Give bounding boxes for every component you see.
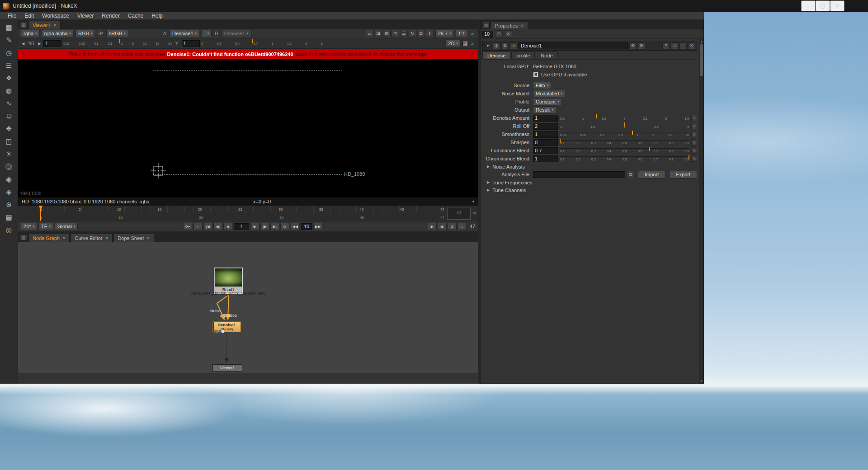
use-gpu-checkbox[interactable]: ✖ — [533, 72, 538, 77]
b-buffer-dropdown[interactable]: Denoise1▾ — [222, 30, 251, 37]
slider-handle[interactable] — [649, 147, 650, 151]
smoothness-slider[interactable]: 0.010.030.10.3131030 — [560, 131, 689, 138]
pause-icon[interactable]: ‖ — [426, 30, 434, 37]
toolsets-icon[interactable]: ⊛ — [1, 198, 17, 211]
play-forward-button[interactable]: ▶ — [250, 223, 259, 230]
tab-profile[interactable]: profile — [511, 52, 535, 59]
close-icon[interactable]: ✕ — [62, 236, 66, 240]
zoom-dropdown[interactable]: 26.7▾ — [435, 30, 454, 37]
deep-tools-icon[interactable]: Ⓓ — [1, 160, 17, 173]
tab-dope-sheet[interactable]: Dope Sheet ✕ — [113, 234, 154, 242]
pane-splitter-icon[interactable]: ≋ — [472, 206, 478, 221]
pane-corner-icon[interactable]: » — [470, 31, 475, 36]
slider-handle[interactable] — [632, 131, 633, 135]
denoise-amount-input[interactable] — [533, 115, 558, 122]
slider-handle[interactable] — [624, 122, 625, 127]
roll-off-input[interactable] — [533, 123, 558, 130]
a-buffer-dropdown[interactable]: Denoise1▾ — [170, 30, 199, 37]
animation-menu-button[interactable]: ∿ — [691, 139, 697, 146]
luminance-blend-slider[interactable]: 0.10.20.30.40.50.60.70.80.9 — [560, 147, 689, 154]
analysis-file-input[interactable] — [533, 171, 625, 178]
close-all-panels-icon[interactable]: ✕ — [505, 30, 512, 38]
keyer-tools-icon[interactable]: ∿ — [1, 97, 17, 110]
alpha-channel-dropdown[interactable]: rgba.alpha▾ — [42, 30, 74, 37]
goto-start-button[interactable]: |◀ — [203, 223, 212, 230]
channels-dropdown[interactable]: rgba▾ — [21, 30, 40, 37]
gain-slider[interactable]: 0.010.030.10.313103064 — [63, 39, 172, 47]
animation-menu-button[interactable]: ∿ — [691, 115, 697, 121]
roi-icon[interactable]: ⊡ — [417, 30, 425, 37]
tune-channels-section[interactable]: ▶ Tune Channels — [484, 186, 697, 194]
animation-menu-button[interactable]: ∿ — [691, 131, 697, 137]
link-node-icon[interactable]: ⧉ — [501, 42, 509, 49]
close-icon[interactable]: ✕ — [146, 236, 150, 240]
gain-handle[interactable] — [119, 39, 120, 43]
pane-menu-icon[interactable]: ▥ — [482, 22, 490, 28]
param-dropdown[interactable]: Modulated▾ — [533, 90, 565, 97]
tab-node-graph[interactable]: Node Graph ✕ — [28, 234, 70, 242]
roll-off-slider[interactable]: 11.522.53 — [560, 122, 689, 130]
view-mode-dropdown[interactable]: 2D▾ — [445, 40, 461, 47]
skip-amount-input[interactable] — [301, 223, 312, 230]
time-tools-icon[interactable]: ◷ — [1, 47, 17, 59]
close-icon[interactable]: ✕ — [53, 23, 57, 28]
smoothness-input[interactable] — [533, 131, 558, 138]
param-dropdown[interactable]: Result▾ — [533, 106, 556, 113]
transform-tools-icon[interactable]: ✥ — [1, 122, 17, 135]
sharpen-slider[interactable]: 0.10.20.30.40.50.60.70.80.9 — [560, 139, 689, 146]
gamma-input[interactable] — [182, 40, 200, 47]
gamma-slider[interactable]: 00.20.40.711.523 — [202, 39, 323, 47]
denoise-amount-slider[interactable]: 0.511.522.533.5 — [560, 114, 689, 122]
frame-hold-icon[interactable]: ◉ — [438, 223, 447, 230]
menu-item[interactable]: Edit — [20, 12, 38, 19]
viewer-node[interactable]: Viewer1 — [212, 364, 242, 371]
pixel-ratio-button[interactable]: 1:1 — [456, 30, 468, 37]
range-mode-dropdown[interactable]: TF▾ — [38, 223, 53, 230]
menu-item[interactable]: File — [4, 12, 20, 19]
timeline-ruler[interactable]: 15101520253035404547 11020304047 — [38, 206, 446, 221]
animation-menu-button[interactable]: ∿ — [691, 147, 697, 154]
redo-icon[interactable]: ⟳ — [638, 42, 645, 49]
draw-tools-icon[interactable]: ✎ — [1, 34, 17, 47]
tab-viewer1[interactable]: Viewer1 ✕ — [28, 21, 61, 29]
animation-menu-button[interactable]: ∿ — [691, 123, 697, 129]
play-backward-button[interactable]: ◀ — [223, 223, 232, 230]
3d-tools-icon[interactable]: ◳ — [1, 135, 17, 148]
denoise-node[interactable]: Denoise1 (Result) — [212, 321, 241, 332]
chrominance-blend-slider[interactable]: 0.10.20.30.40.50.60.70.80.9 — [560, 155, 689, 162]
next-keyframe-button[interactable]: |▶ — [260, 223, 269, 230]
read-node[interactable]: Read1 — [214, 268, 243, 294]
overlay-icon[interactable]: ◫ — [392, 30, 399, 37]
playhead[interactable] — [40, 206, 41, 221]
refresh-icon[interactable]: ↻ — [409, 30, 416, 37]
image-tools-icon[interactable]: ▦ — [1, 21, 17, 34]
gain-prev-icon[interactable]: ◀ — [21, 42, 25, 46]
merge-tools-icon[interactable]: ⧉ — [1, 110, 17, 122]
checker-icon[interactable]: ▨ — [383, 30, 391, 37]
scroll-up-icon[interactable]: ▲ — [699, 39, 703, 44]
minimize-button[interactable]: — — [801, 0, 816, 11]
file-browse-icon[interactable]: ▤ — [627, 171, 634, 178]
close-panel-icon[interactable]: ✕ — [688, 42, 695, 49]
menu-item[interactable]: Workspace — [38, 12, 73, 19]
gain-input[interactable] — [43, 40, 61, 47]
help-icon[interactable]: ◎ — [1, 224, 17, 236]
downrez-icon[interactable]: ▭ — [366, 30, 373, 37]
pin-panels-icon[interactable]: ☉ — [495, 30, 503, 38]
input-process-toggle[interactable]: IP — [97, 31, 104, 36]
max-panels-input[interactable] — [482, 31, 493, 38]
goto-end-button[interactable]: ▶| — [270, 223, 279, 230]
frame-range-dropdown[interactable]: Global▾ — [55, 223, 78, 230]
pane-corner-icon[interactable]: » — [470, 41, 475, 46]
range-out-button[interactable]: O — [280, 223, 289, 230]
close-button[interactable]: ✕ — [830, 0, 844, 11]
undo-icon[interactable]: ⟲ — [629, 42, 637, 49]
node-name-field[interactable] — [519, 42, 628, 49]
sharpen-input[interactable] — [533, 139, 558, 146]
minimize-panel-icon[interactable]: — — [679, 42, 687, 49]
param-dropdown[interactable]: Film▾ — [533, 82, 551, 89]
chrominance-blend-input[interactable] — [533, 155, 558, 162]
chevron-down-icon[interactable]: ▾ — [472, 199, 474, 204]
menu-item[interactable]: Cache — [124, 12, 148, 19]
skip-back-button[interactable]: ◀◀ — [291, 223, 300, 230]
